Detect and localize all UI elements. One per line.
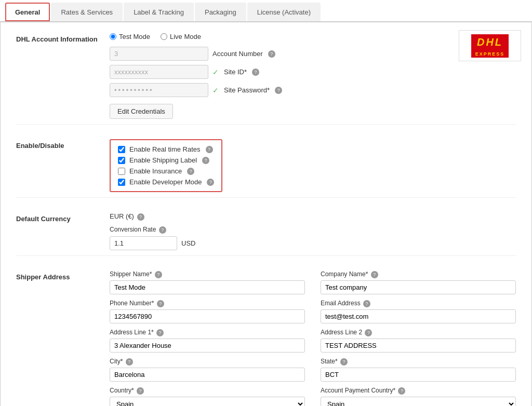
company-name-input[interactable]: [321, 280, 516, 294]
country-label: Country* ?: [110, 387, 305, 395]
site-id-label: Site ID*: [224, 68, 247, 76]
site-password-input[interactable]: [110, 83, 208, 97]
company-name-label: Company Name* ?: [321, 270, 516, 278]
email-address-field: Email Address ?: [321, 300, 516, 323]
address-line2-help-icon[interactable]: ?: [365, 329, 372, 336]
email-address-help-icon[interactable]: ?: [363, 300, 370, 307]
main-content: DHL EXPRESS DHL Account Information Test…: [0, 22, 532, 406]
account-payment-country-help-icon[interactable]: ?: [398, 387, 405, 395]
account-payment-country-select[interactable]: Spain France Germany United Kingdom: [321, 397, 516, 406]
account-payment-country-field: Account Payment Country* ? Spain France …: [321, 387, 516, 406]
checkbox-group: Enable Real time Rates ? Enable Shipping…: [110, 139, 222, 192]
city-input[interactable]: [110, 368, 305, 382]
default-currency-section: Default Currency EUR (€) ? Conversion Ra…: [16, 212, 516, 256]
site-id-input[interactable]: [110, 65, 208, 79]
city-label: City* ?: [110, 358, 305, 366]
tab-rates[interactable]: Rates & Services: [51, 3, 123, 21]
phone-number-input[interactable]: [110, 309, 305, 323]
site-id-help-icon[interactable]: ?: [252, 69, 259, 76]
tab-label[interactable]: Label & Tracking: [124, 3, 194, 21]
tab-packaging[interactable]: Packaging: [195, 3, 246, 21]
tab-license[interactable]: License (Activate): [247, 3, 321, 21]
state-input[interactable]: [321, 368, 516, 382]
insurance-row: Enable Insurance ?: [118, 167, 214, 175]
city-field: City* ?: [110, 358, 305, 382]
site-password-check-icon: ✓: [212, 86, 219, 94]
developer-mode-checkbox[interactable]: [118, 179, 125, 186]
currency-help-icon[interactable]: ?: [137, 213, 144, 221]
address-line1-help-icon[interactable]: ?: [156, 329, 164, 336]
shipper-name-help-icon[interactable]: ?: [155, 271, 162, 278]
conversion-rate-input[interactable]: [110, 236, 177, 250]
address-line1-label: Address Line 1* ?: [110, 329, 305, 336]
conversion-rate-row: USD: [110, 236, 516, 250]
edit-credentials-button[interactable]: Edit Credentials: [110, 104, 173, 119]
company-name-help-icon[interactable]: ?: [371, 271, 378, 278]
site-password-row: ✓ Site Password* ?: [110, 83, 516, 97]
dhl-account-content: Test Mode Live Mode Account Number ?: [110, 33, 516, 119]
account-number-input[interactable]: [110, 47, 208, 61]
default-currency-content: EUR (€) ? Conversion Rate ? USD: [110, 212, 516, 250]
shipping-label-help-icon[interactable]: ?: [202, 157, 209, 164]
conversion-rate-suffix: USD: [181, 239, 195, 247]
mode-radio-row: Test Mode Live Mode: [110, 33, 516, 40]
phone-number-field: Phone Number* ?: [110, 300, 305, 323]
insurance-checkbox[interactable]: [118, 168, 125, 175]
address-line2-label: Address Line 2 ?: [321, 329, 516, 336]
conversion-rate-help-icon[interactable]: ?: [159, 226, 166, 234]
country-help-icon[interactable]: ?: [137, 387, 144, 395]
account-number-help-icon[interactable]: ?: [268, 50, 275, 58]
state-help-icon[interactable]: ?: [340, 358, 348, 366]
tab-general[interactable]: General: [5, 3, 50, 21]
live-mode-radio-label[interactable]: Live Mode: [161, 33, 201, 40]
email-address-input[interactable]: [321, 309, 516, 323]
site-password-help-icon[interactable]: ?: [275, 87, 282, 94]
country-select[interactable]: Spain France Germany United Kingdom: [110, 397, 305, 406]
shipper-grid: Shipper Name* ? Company Name* ?: [110, 270, 516, 406]
test-mode-radio[interactable]: [110, 33, 116, 40]
state-field: State* ?: [321, 358, 516, 382]
tabs-bar: General Rates & Services Label & Trackin…: [0, 0, 532, 22]
company-name-field: Company Name* ?: [321, 270, 516, 294]
address-line1-input[interactable]: [110, 339, 305, 353]
real-time-rates-row: Enable Real time Rates ?: [118, 145, 214, 153]
real-time-rates-help-icon[interactable]: ?: [206, 146, 213, 153]
site-id-row: ✓ Site ID* ?: [110, 65, 516, 79]
page-wrapper: General Rates & Services Label & Trackin…: [0, 0, 532, 406]
enable-disable-section: Enable/Disable Enable Real time Rates ? …: [16, 139, 516, 198]
address-line2-field: Address Line 2 ?: [321, 329, 516, 353]
default-currency-label: Default Currency: [16, 212, 110, 223]
account-number-label: Account Number: [212, 50, 263, 58]
dhl-account-section: DHL Account Information Test Mode Live M…: [16, 33, 516, 125]
address-line2-input[interactable]: [321, 339, 516, 353]
developer-mode-label[interactable]: Enable Developer Mode: [129, 178, 202, 186]
site-password-label: Site Password*: [224, 86, 270, 94]
shipper-name-label: Shipper Name* ?: [110, 270, 305, 278]
shipper-name-field: Shipper Name* ?: [110, 270, 305, 294]
shipping-label-label[interactable]: Enable Shipping Label: [129, 156, 197, 164]
shipping-label-checkbox[interactable]: [118, 157, 125, 164]
test-mode-radio-label[interactable]: Test Mode: [110, 33, 150, 40]
insurance-help-icon[interactable]: ?: [187, 168, 194, 175]
shipping-label-row: Enable Shipping Label ?: [118, 156, 214, 164]
address-line1-field: Address Line 1* ?: [110, 329, 305, 353]
site-id-check-icon: ✓: [212, 68, 219, 76]
city-help-icon[interactable]: ?: [126, 358, 133, 366]
email-address-label: Email Address ?: [321, 300, 516, 307]
dhl-logo: DHL EXPRESS: [459, 30, 521, 61]
developer-mode-row: Enable Developer Mode ?: [118, 178, 214, 186]
shipper-address-section: Shipper Address Shipper Name* ? C: [16, 270, 516, 406]
account-number-row: Account Number ?: [110, 47, 516, 61]
real-time-rates-label[interactable]: Enable Real time Rates: [129, 145, 201, 153]
live-mode-radio[interactable]: [161, 33, 167, 40]
dhl-account-label: DHL Account Information: [16, 33, 110, 43]
shipper-name-input[interactable]: [110, 280, 305, 294]
conversion-rate-label-text: Conversion Rate ?: [110, 226, 516, 234]
phone-number-help-icon[interactable]: ?: [157, 300, 164, 307]
real-time-rates-checkbox[interactable]: [118, 146, 125, 153]
phone-number-label: Phone Number* ?: [110, 300, 305, 307]
developer-mode-help-icon[interactable]: ?: [207, 179, 214, 186]
account-payment-country-label: Account Payment Country* ?: [321, 387, 516, 395]
enable-disable-label: Enable/Disable: [16, 139, 110, 150]
insurance-label[interactable]: Enable Insurance: [129, 167, 182, 175]
